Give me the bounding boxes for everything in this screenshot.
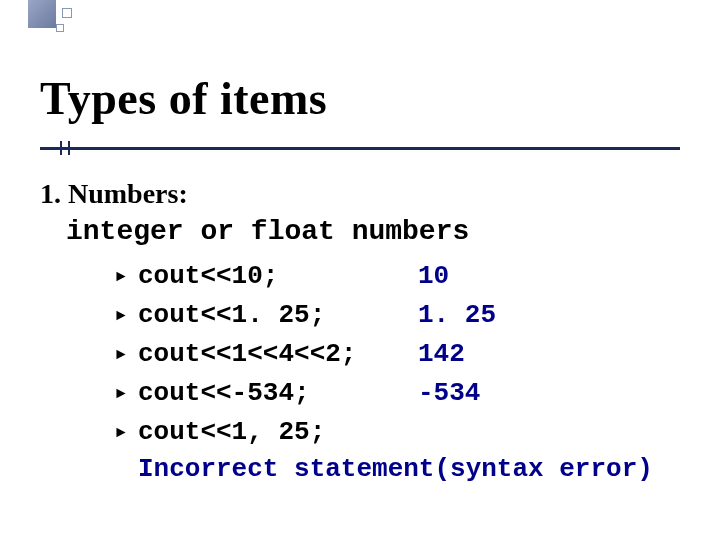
title-underline: [40, 147, 680, 150]
deco-square-outline: [62, 8, 72, 18]
section-title: Numbers:: [68, 178, 188, 209]
slide-decoration: [28, 0, 84, 40]
slide-body: 1. Numbers: integer or float numbers ► c…: [40, 175, 680, 487]
triangle-bullet-icon: ►: [116, 343, 138, 367]
code-output: -534: [418, 374, 480, 413]
code-snippet: cout<<1<<4<<2;: [138, 335, 418, 374]
section-number: 1.: [40, 178, 61, 209]
code-snippet: cout<<1. 25;: [138, 296, 418, 335]
triangle-bullet-icon: ►: [116, 304, 138, 328]
code-snippet: cout<<10;: [138, 257, 418, 296]
code-output: 142: [418, 335, 465, 374]
triangle-bullet-icon: ►: [116, 421, 138, 445]
list-item: ► cout<<10; 10: [116, 257, 680, 296]
triangle-bullet-icon: ►: [116, 265, 138, 289]
triangle-bullet-icon: ►: [116, 382, 138, 406]
example-list: ► cout<<10; 10 ► cout<<1. 25; 1. 25 ► co…: [116, 257, 680, 452]
section-heading: 1. Numbers:: [40, 175, 680, 213]
error-message: Incorrect statement(syntax error): [138, 452, 680, 487]
deco-square-outline: [56, 24, 64, 32]
deco-square-filled: [28, 0, 56, 28]
code-snippet: cout<<-534;: [138, 374, 418, 413]
section-subtitle: integer or float numbers: [66, 213, 680, 251]
list-item: ► cout<<-534; -534: [116, 374, 680, 413]
code-output: 1. 25: [418, 296, 496, 335]
list-item: ► cout<<1. 25; 1. 25: [116, 296, 680, 335]
list-item: ► cout<<1, 25;: [116, 413, 680, 452]
underline-tick: [60, 141, 70, 155]
slide-title: Types of items: [40, 72, 327, 125]
code-snippet: cout<<1, 25;: [138, 413, 418, 452]
code-output: 10: [418, 257, 449, 296]
list-item: ► cout<<1<<4<<2; 142: [116, 335, 680, 374]
